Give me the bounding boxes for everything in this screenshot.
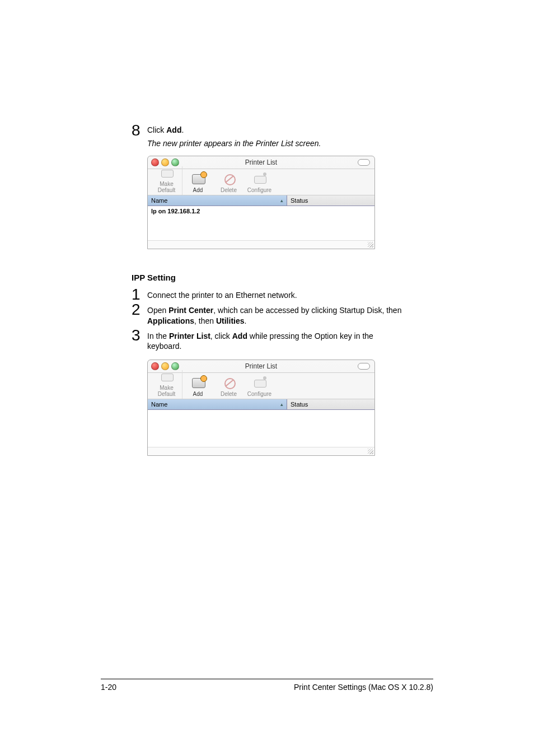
add-label: Add <box>193 187 203 193</box>
page-footer: 1-20 Print Center Settings (Mac OS X 10.… <box>101 679 433 692</box>
window-footer <box>148 447 374 455</box>
traffic-lights <box>151 158 179 166</box>
toolbar-toggle-icon[interactable] <box>358 159 370 166</box>
window-title: Printer List <box>148 360 374 372</box>
column-headers: Name Status <box>148 195 374 206</box>
step-3: 3 In the Printer List, click Add while p… <box>132 330 406 352</box>
make-default-icon <box>159 370 175 384</box>
toolbar: Make Default Add Delete Configure <box>148 169 374 195</box>
step-8-text: Click Add. <box>147 125 406 136</box>
step2-text: Open Print Center, which can be accessed… <box>147 304 406 326</box>
column-status[interactable]: Status <box>287 195 374 206</box>
step3-text: In the Printer List, click Add while pre… <box>147 330 406 352</box>
add-printer-icon <box>190 376 206 390</box>
close-icon[interactable] <box>151 362 159 370</box>
step8-caption: The new printer appears in the Printer L… <box>147 139 406 148</box>
step2-b2: Applications <box>147 316 194 325</box>
column-status[interactable]: Status <box>287 399 374 409</box>
section-heading-ipp: IPP Setting <box>132 273 406 282</box>
printer-list-window-1: Printer List Make Default Add Delete <box>147 156 375 249</box>
delete-icon <box>221 376 237 390</box>
make-default-icon <box>159 166 175 180</box>
titlebar: Printer List <box>148 156 374 169</box>
add-label: Add <box>193 391 203 397</box>
delete-button: Delete <box>213 172 244 195</box>
delete-button: Delete <box>213 376 244 399</box>
configure-label: Configure <box>247 391 271 397</box>
printer-list-window-2: Printer List Make Default Add Delete <box>147 360 375 456</box>
step2-suffix: . <box>245 316 247 325</box>
window-title: Printer List <box>148 156 374 169</box>
step1-text: Connect the printer to an Ethernet netwo… <box>147 289 406 301</box>
list-item[interactable]: lp on 192.168.1.2 <box>151 208 200 214</box>
minimize-icon[interactable] <box>161 158 169 166</box>
step2-mid1: , which can be accessed by clicking Star… <box>213 306 401 315</box>
step2-prefix: Open <box>147 306 168 315</box>
make-default-label: Make Default <box>158 385 176 397</box>
step-1: 1 Connect the printer to an Ethernet net… <box>132 289 406 301</box>
make-default-label: Make Default <box>158 181 176 193</box>
titlebar: Printer List <box>148 360 374 372</box>
step2-b1: Print Center <box>168 306 213 315</box>
delete-icon <box>221 172 237 186</box>
add-printer-icon <box>190 172 206 186</box>
delete-label: Delete <box>221 187 237 193</box>
printer-list-body-empty <box>148 410 374 447</box>
step3-b1: Printer List <box>169 332 210 340</box>
printer-list-body: lp on 192.168.1.2 <box>148 206 374 240</box>
page-footer-title: Print Center Settings (Mac OS X 10.2.8) <box>294 683 433 692</box>
window-footer <box>148 240 374 249</box>
step-number-3: 3 <box>132 326 140 344</box>
traffic-lights <box>151 362 179 370</box>
column-name[interactable]: Name <box>148 399 287 409</box>
toolbar: Make Default Add Delete Configure <box>148 372 374 399</box>
step8-suffix: . <box>181 125 184 134</box>
step2-b3: Utilities <box>216 316 245 325</box>
add-button[interactable]: Add <box>182 376 213 399</box>
step8-bold: Add <box>166 125 181 134</box>
step8-prefix: Click <box>147 125 166 134</box>
page-number: 1-20 <box>101 683 116 692</box>
step-number-2: 2 <box>132 301 140 319</box>
configure-button: Configure <box>244 376 275 399</box>
minimize-icon[interactable] <box>161 362 169 370</box>
column-name[interactable]: Name <box>148 195 287 206</box>
step-2: 2 Open Print Center, which can be access… <box>132 304 406 326</box>
step3-prefix: In the <box>147 332 169 340</box>
step3-mid1: , click <box>210 332 232 340</box>
add-button[interactable]: Add <box>182 172 213 195</box>
configure-button: Configure <box>244 172 275 195</box>
step2-mid2: , then <box>194 316 216 325</box>
step-number-8: 8 <box>132 122 140 139</box>
close-icon[interactable] <box>151 158 159 166</box>
configure-icon <box>252 172 268 186</box>
step3-b2: Add <box>232 332 247 340</box>
make-default-button: Make Default <box>151 166 182 195</box>
toolbar-toggle-icon[interactable] <box>358 363 370 370</box>
delete-label: Delete <box>221 391 237 397</box>
configure-label: Configure <box>247 187 271 193</box>
column-headers: Name Status <box>148 399 374 410</box>
zoom-icon[interactable] <box>171 362 179 370</box>
step-8: 8 Click Add. The new printer appears in … <box>132 125 406 148</box>
make-default-button: Make Default <box>151 370 182 399</box>
zoom-icon[interactable] <box>171 158 179 166</box>
configure-icon <box>252 376 268 390</box>
